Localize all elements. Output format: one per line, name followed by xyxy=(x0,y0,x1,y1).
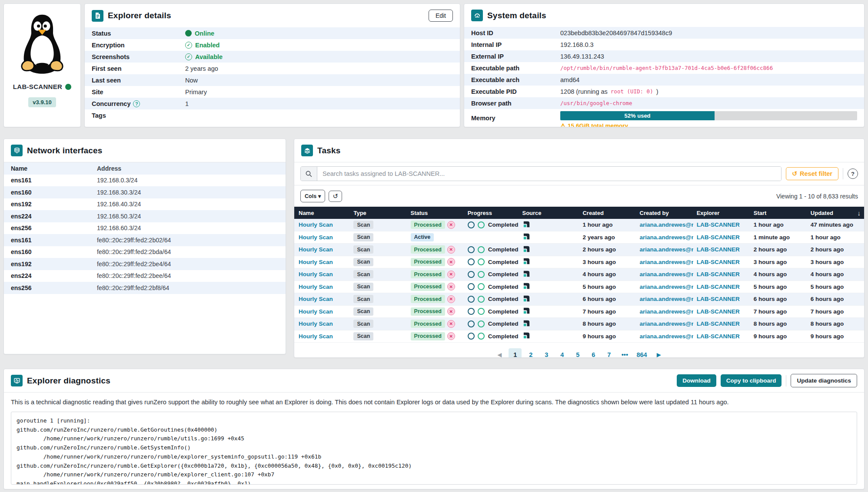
explorer-link[interactable]: LAB-SCANNER xyxy=(697,296,740,302)
explorer-link[interactable]: LAB-SCANNER xyxy=(697,271,740,277)
column-header[interactable]: Progress xyxy=(464,210,519,216)
task-name-link[interactable]: Hourly Scan xyxy=(299,333,333,340)
task-created-by-cell: ariana.andrewes@r xyxy=(636,284,693,290)
created-by-link[interactable]: ariana.andrewes@r xyxy=(640,271,693,277)
progress-label: Completed xyxy=(488,284,519,290)
next-page-button[interactable]: ▶ xyxy=(652,348,665,358)
cancel-icon[interactable]: ✕ xyxy=(447,307,455,315)
created-by-link[interactable]: ariana.andrewes@r xyxy=(640,221,693,228)
column-header[interactable]: Status xyxy=(407,210,464,216)
page-button[interactable]: 3 xyxy=(540,348,553,358)
column-header[interactable]: Created xyxy=(579,210,636,216)
page-button[interactable]: 1 xyxy=(509,348,522,358)
explorer-link[interactable]: LAB-SCANNER xyxy=(697,259,740,265)
column-header[interactable]: Start xyxy=(750,210,807,216)
help-icon[interactable]: ? xyxy=(848,168,858,179)
created-by-link[interactable]: ariana.andrewes@r xyxy=(640,246,693,253)
columns-button[interactable]: Cols ▾ xyxy=(300,190,325,202)
task-name-link[interactable]: Hourly Scan xyxy=(299,284,333,290)
status-badge: Processed xyxy=(411,270,445,278)
column-header[interactable]: Created by xyxy=(636,210,693,216)
page-button[interactable]: 864 xyxy=(634,348,649,358)
created-by-link[interactable]: ariana.andrewes@r xyxy=(640,320,693,327)
page-button[interactable]: 5 xyxy=(571,348,584,358)
task-type-cell: Scan xyxy=(350,233,407,241)
pid-suffix: ) xyxy=(656,88,658,95)
task-name-link[interactable]: Hourly Scan xyxy=(299,221,333,228)
page-button[interactable]: 6 xyxy=(587,348,600,358)
column-header[interactable]: Explorer xyxy=(693,210,750,216)
task-row: Hourly ScanScanProcessed✕Completed1 hour… xyxy=(294,219,864,231)
created-by-link[interactable]: ariana.andrewes@r xyxy=(640,284,693,290)
task-name-link[interactable]: Hourly Scan xyxy=(299,320,333,327)
cancel-icon[interactable]: ✕ xyxy=(447,271,455,278)
refresh-button[interactable]: ↺ xyxy=(329,191,342,202)
cancel-icon[interactable]: ✕ xyxy=(447,246,455,254)
created-by-link[interactable]: ariana.andrewes@r xyxy=(640,234,693,241)
progress-ring-icon xyxy=(468,333,475,340)
page-ellipsis[interactable]: ••• xyxy=(618,348,631,358)
copy-to-clipboard-button[interactable]: Copy to clipboard xyxy=(721,374,782,387)
task-progress-cell: Completed xyxy=(464,258,519,265)
detail-value: Online xyxy=(185,30,453,37)
reset-filter-button[interactable]: ↺ Reset filter xyxy=(786,167,838,180)
task-name-link[interactable]: Hourly Scan xyxy=(299,271,333,277)
task-status-cell: Processed✕ xyxy=(407,221,464,229)
task-start-cell: 2 hours ago xyxy=(750,246,807,253)
progress-label: Completed xyxy=(488,320,519,327)
task-name-link[interactable]: Hourly Scan xyxy=(299,246,333,253)
explorer-link[interactable]: LAB-SCANNER xyxy=(697,234,740,241)
column-header[interactable]: Source xyxy=(519,210,579,216)
cancel-icon[interactable]: ✕ xyxy=(447,283,455,291)
task-start-cell: 5 hours ago xyxy=(750,284,807,290)
interface-row: ens224192.168.50.3/24 xyxy=(4,210,286,222)
layers-icon xyxy=(301,145,313,156)
cancel-icon[interactable]: ✕ xyxy=(447,332,455,340)
task-name-cell: Hourly Scan xyxy=(294,284,350,290)
created-by-link[interactable]: ariana.andrewes@r xyxy=(640,296,693,302)
explorer-link[interactable]: LAB-SCANNER xyxy=(697,246,740,253)
interface-name: ens160 xyxy=(11,189,97,196)
interface-row: ens256192.168.60.3/24 xyxy=(4,222,286,234)
status-value: Online xyxy=(195,30,214,37)
help-icon[interactable]: ? xyxy=(133,100,140,107)
cancel-icon[interactable]: ✕ xyxy=(447,295,455,303)
cancel-icon[interactable]: ✕ xyxy=(447,320,455,328)
page-button[interactable]: 7 xyxy=(602,348,615,358)
progress-label: Completed xyxy=(488,221,519,228)
task-type-cell: Scan xyxy=(350,221,407,229)
task-updated-cell: 47 minutes ago xyxy=(807,221,864,228)
explorer-link[interactable]: LAB-SCANNER xyxy=(697,333,740,340)
explorer-link[interactable]: LAB-SCANNER xyxy=(697,284,740,290)
update-diagnostics-button[interactable]: Update diagnostics xyxy=(791,374,857,387)
explorer-link[interactable]: LAB-SCANNER xyxy=(697,308,740,315)
sort-descending-icon[interactable]: ↓ xyxy=(858,209,861,217)
task-name-link[interactable]: Hourly Scan xyxy=(299,296,333,302)
download-button[interactable]: Download xyxy=(677,374,716,387)
explorer-link[interactable]: LAB-SCANNER xyxy=(697,320,740,327)
created-by-link[interactable]: ariana.andrewes@r xyxy=(640,308,693,315)
column-header[interactable]: Updated xyxy=(807,210,864,216)
created-by-link[interactable]: ariana.andrewes@r xyxy=(640,259,693,265)
task-source-cell xyxy=(519,319,579,329)
page-button[interactable]: 2 xyxy=(524,348,537,358)
task-name-link[interactable]: Hourly Scan xyxy=(299,259,333,265)
network-interfaces-header: Network interfaces xyxy=(4,139,286,162)
task-name-link[interactable]: Hourly Scan xyxy=(299,234,333,241)
previous-page-button[interactable]: ◀ xyxy=(493,348,506,358)
created-by-link[interactable]: ariana.andrewes@r xyxy=(640,333,693,340)
cancel-icon[interactable]: ✕ xyxy=(447,221,455,229)
cancel-icon[interactable]: ✕ xyxy=(447,258,455,266)
explorer-link[interactable]: LAB-SCANNER xyxy=(697,221,740,228)
edit-button[interactable]: Edit xyxy=(429,10,453,22)
task-explorer-cell: LAB-SCANNER xyxy=(693,271,750,277)
tasks-search-input[interactable] xyxy=(317,167,781,181)
runzero-logo-icon xyxy=(522,232,531,242)
page-button[interactable]: 4 xyxy=(555,348,569,358)
column-header[interactable]: Type xyxy=(350,210,407,216)
detail-label: First seen xyxy=(92,65,185,72)
task-status-cell: Processed✕ xyxy=(407,283,464,291)
task-created-cell: 1 hour ago xyxy=(579,221,636,228)
task-name-link[interactable]: Hourly Scan xyxy=(299,308,333,315)
column-header[interactable]: Name xyxy=(294,210,350,216)
